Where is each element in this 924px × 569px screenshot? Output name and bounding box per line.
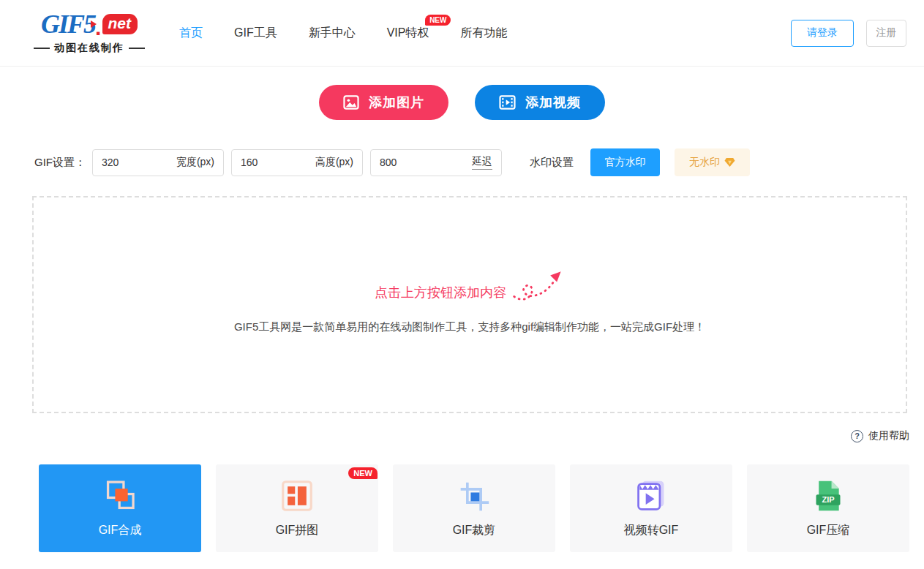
width-input[interactable] [102, 157, 153, 168]
logo-play-icon [91, 20, 97, 28]
width-unit-label: 宽度(px) [176, 156, 214, 169]
content-dropzone[interactable]: 点击上方按钮添加内容 GIF5工具网是一款简单易用的在线动图制作工具，支持多种g… [32, 196, 907, 413]
zip-file-icon: ZIP [813, 478, 844, 513]
main-nav: 首页 GIF工具 新手中心 VIP特权 NEW 所有功能 [179, 26, 507, 41]
header: GIF5 . net 动图在线制作 首页 GIF工具 新手中心 VIP特权 NE… [0, 0, 924, 67]
add-video-button[interactable]: 添加视频 [475, 85, 605, 120]
video-icon [499, 95, 516, 110]
gif-settings-row: GIF设置： 宽度(px) 高度(px) 延迟 水印设置 官方水印 无水印 [34, 148, 906, 176]
gif-settings-label: GIF设置： [34, 156, 86, 170]
image-icon [343, 95, 359, 110]
question-circle-icon: ? [851, 430, 863, 442]
dropzone-hint-text: 点击上方按钮添加内容 [375, 284, 506, 303]
height-field: 高度(px) [231, 149, 363, 176]
tagline-line-right [129, 48, 145, 49]
nav-item-vip[interactable]: VIP特权 NEW [387, 26, 429, 41]
nav-item-home[interactable]: 首页 [179, 26, 203, 41]
merge-squares-icon [103, 478, 137, 513]
tab-gif-merge[interactable]: GIF合成 [39, 464, 201, 552]
watermark-settings-label: 水印设置 [530, 156, 574, 170]
tab-gif-crop[interactable]: GIF裁剪 [393, 464, 555, 552]
official-watermark-button[interactable]: 官方水印 [590, 148, 660, 176]
add-content-actions: 添加图片 添加视频 [0, 85, 924, 120]
dropzone-description: GIF5工具网是一款简单易用的在线动图制作工具，支持多种gif编辑制作功能，一站… [34, 320, 906, 334]
nav-item-beginner-center[interactable]: 新手中心 [309, 26, 356, 41]
header-actions: 请登录 注册 [791, 20, 906, 47]
collage-new-badge: NEW [348, 467, 378, 479]
tagline-line-left [34, 48, 50, 49]
collage-grid-icon [281, 478, 313, 513]
site-logo[interactable]: GIF5 . net 动图在线制作 [34, 11, 144, 55]
add-image-button[interactable]: 添加图片 [319, 85, 448, 120]
logo-net-badge: net [102, 14, 138, 34]
delay-input[interactable] [380, 157, 431, 168]
video-film-icon [634, 478, 668, 513]
tab-gif-compress[interactable]: ZIP GIF压缩 [747, 464, 909, 552]
delay-field: 延迟 [370, 149, 502, 176]
tab-video-to-gif[interactable]: 视频转GIF [570, 464, 732, 552]
no-watermark-button[interactable]: 无水印 [675, 148, 750, 176]
tool-tabs: GIF合成 NEW GIF拼图 GIF裁剪 [39, 464, 909, 552]
vip-gem-icon [724, 157, 735, 167]
login-button[interactable]: 请登录 [791, 20, 854, 47]
vip-new-badge: NEW [425, 15, 451, 26]
nav-item-gif-tools[interactable]: GIF工具 [234, 26, 277, 41]
height-unit-label: 高度(px) [315, 156, 353, 169]
crop-icon [458, 478, 490, 513]
nav-item-all-features[interactable]: 所有功能 [460, 26, 507, 41]
width-field: 宽度(px) [92, 149, 224, 176]
usage-help-link[interactable]: ? 使用帮助 [851, 429, 909, 442]
dropzone-hint: 点击上方按钮添加内容 [34, 269, 906, 303]
logo-tagline: 动图在线制作 [34, 42, 145, 55]
delay-unit-label[interactable]: 延迟 [472, 155, 492, 170]
logo-text: GIF5 [41, 11, 95, 37]
tab-gif-collage[interactable]: NEW GIF拼图 [216, 464, 378, 552]
register-button[interactable]: 注册 [866, 20, 906, 47]
svg-text:ZIP: ZIP [822, 495, 834, 504]
doodle-arrow-icon [512, 269, 565, 303]
height-input[interactable] [241, 157, 292, 168]
